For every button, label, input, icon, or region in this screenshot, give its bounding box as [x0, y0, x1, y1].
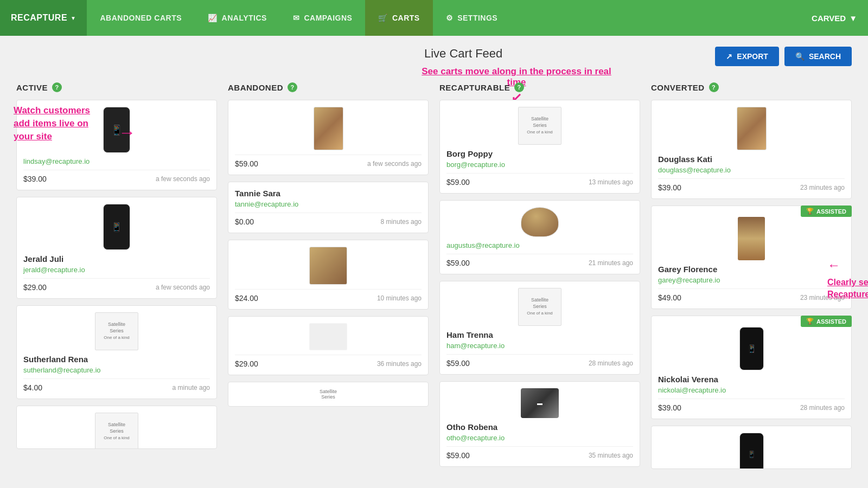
card-name: Borg Poppy — [446, 149, 633, 158]
card-price: $39.00 — [23, 175, 47, 183]
card-footer: $24.00 10 minutes ago — [235, 289, 422, 303]
card-time: 8 minutes ago — [381, 218, 422, 226]
product-image: SatelliteSeriesOne of a kind — [446, 107, 633, 145]
carts-icon: 🛒 — [378, 14, 388, 22]
card-time: 21 minutes ago — [589, 259, 633, 267]
card-price: $39.00 — [658, 403, 681, 412]
card-time: 13 minutes ago — [589, 178, 633, 186]
nav-analytics[interactable]: 📈 ANALYTICS — [195, 0, 280, 36]
recapturable-card-4: ▬ Otho Robena otho@recapture.io $59.00 3… — [439, 381, 640, 467]
converted-card-4: 📱 — [651, 426, 852, 469]
product-image — [446, 207, 633, 237]
active-column-header: ACTIVE ? — [16, 82, 217, 92]
satellite-product-image-2: SatelliteSeriesOne of a kind — [95, 413, 138, 449]
columns-area: Watch customers add items live on your s… — [16, 82, 852, 476]
analytics-icon: 📈 — [208, 14, 218, 22]
card-price: $24.00 — [235, 294, 258, 303]
assisted-badge: 🏆 ASSISTED — [801, 206, 852, 217]
card-time: 10 minutes ago — [377, 294, 422, 302]
card-email: ham@recapture.io — [446, 342, 633, 350]
export-button[interactable]: ↗ EXPORT — [715, 47, 779, 66]
card-footer: $59.00 13 minutes ago — [446, 173, 633, 187]
satellite-product-image: SatelliteSeriesOne of a kind — [95, 312, 138, 350]
card-name: Jerald Juli — [23, 254, 210, 264]
nav-abandoned-carts[interactable]: ABANDONED CARTS — [87, 0, 195, 36]
card-email: sutherland@recapture.io — [23, 366, 210, 374]
bowl-product-image — [521, 207, 559, 237]
converted-help-icon[interactable]: ? — [709, 82, 719, 92]
card-footer: $59.00 35 minutes ago — [446, 446, 633, 460]
recapturable-card-3: SatelliteSeriesOne of a kind Ham Trenna … — [439, 281, 640, 375]
card-footer: $0.00 8 minutes ago — [235, 213, 422, 226]
abandoned-card-4: $29.00 36 minutes ago — [228, 316, 429, 375]
brand-logo[interactable]: RECAPTURE ▼ — [0, 0, 87, 36]
product-image: 📱 — [658, 433, 845, 469]
card-name: Tannie Sara — [235, 189, 422, 198]
active-label: ACTIVE — [16, 83, 48, 92]
recapturable-card-2: augustus@recapture.io $59.00 21 minutes … — [439, 200, 640, 274]
account-menu[interactable]: CARVED ▼ — [801, 0, 868, 36]
card-price: $0.00 — [235, 217, 254, 226]
live-cart-feed: ACTIVE ? 📱 lindsay@recapture.io $39.00 a… — [16, 82, 852, 476]
card-price: $4.00 — [23, 383, 42, 392]
recapturable-card-1: SatelliteSeriesOne of a kind Borg Poppy … — [439, 100, 640, 194]
card-time: 23 minutes ago — [800, 294, 845, 301]
product-image — [235, 247, 422, 285]
card-footer: $59.00 21 minutes ago — [446, 254, 633, 267]
card-time: 28 minutes ago — [589, 359, 633, 367]
abandoned-help-icon[interactable]: ? — [288, 82, 297, 92]
wood-tall-product-image — [738, 217, 765, 260]
recapturable-column-header: RECAPTURABLE ? — [439, 82, 640, 92]
card-email: lindsay@recapture.io — [23, 157, 210, 165]
converted-column-header: CONVERTED ? — [651, 82, 852, 92]
converted-card-1: Douglass Kati douglass@recapture.io $39.… — [651, 100, 852, 199]
product-image — [235, 323, 422, 350]
nav-campaigns[interactable]: ✉ CAMPAIGNS — [280, 0, 366, 36]
abandoned-card-3: $24.00 10 minutes ago — [228, 240, 429, 310]
active-help-icon[interactable]: ? — [52, 82, 62, 92]
phone-product-image: 📱 — [103, 107, 130, 153]
trophy-icon-2: 🏆 — [806, 318, 814, 325]
search-button[interactable]: 🔍 SEARCH — [784, 47, 852, 66]
card-time: 36 minutes ago — [377, 360, 422, 368]
card-price: $59.00 — [446, 359, 470, 368]
card-name: Otho Robena — [446, 422, 633, 432]
card-name: Nickolai Verena — [658, 375, 845, 384]
campaigns-icon: ✉ — [293, 14, 300, 22]
card-footer: $4.00 a minute ago — [23, 378, 210, 392]
app-header: RECAPTURE ▼ ABANDONED CARTS 📈 ANALYTICS … — [0, 0, 868, 36]
card-email: garey@recapture.io — [658, 276, 845, 284]
wood-product-image — [737, 107, 767, 150]
abandoned-label: ABANDONED — [228, 83, 283, 92]
account-chevron-icon: ▼ — [849, 14, 857, 23]
nav-carts-label: CARTS — [392, 14, 420, 22]
card-footer: $29.00 36 minutes ago — [235, 355, 422, 368]
product-image — [658, 107, 845, 150]
card-time: 23 minutes ago — [800, 184, 845, 191]
card-name: Garey Florence — [658, 265, 845, 274]
card-footer: $29.00 a few seconds ago — [23, 278, 210, 292]
nav-settings[interactable]: ⚙ SETTINGS — [433, 0, 511, 36]
flat-product-image: ▬ — [521, 388, 559, 418]
active-card-2: 📱 Jerald Juli jerald@recapture.io $29.00… — [16, 197, 217, 299]
recapturable-label: RECAPTURABLE — [439, 83, 510, 92]
card-email: augustus@recapture.io — [446, 241, 633, 249]
nav-carts[interactable]: 🛒 CARTS — [365, 0, 432, 36]
card-name: Douglass Kati — [658, 155, 845, 164]
wood-product-image — [314, 107, 343, 150]
main-nav: ABANDONED CARTS 📈 ANALYTICS ✉ CAMPAIGNS … — [87, 0, 801, 36]
product-image: SatelliteSeriesOne of a kind — [23, 413, 210, 449]
brand-name: RECAPTURE — [11, 13, 67, 23]
converted-label: CONVERTED — [651, 83, 705, 92]
converted-card-3: 🏆 ASSISTED 📱 Nickolai Verena nickolai@re… — [651, 316, 852, 419]
active-card-1: 📱 lindsay@recapture.io $39.00 a few seco… — [16, 100, 217, 190]
settings-icon: ⚙ — [446, 14, 454, 22]
recapturable-help-icon[interactable]: ? — [514, 82, 524, 92]
satellite-product-image-2: SatelliteSeriesOne of a kind — [518, 288, 561, 326]
nav-campaigns-label: CAMPAIGNS — [304, 14, 352, 22]
card-price: $59.00 — [235, 159, 258, 168]
assisted-badge-2: 🏆 ASSISTED — [801, 316, 852, 327]
abandoned-card-2: Tannie Sara tannie@recapture.io $0.00 8 … — [228, 182, 429, 233]
card-name: Ham Trenna — [446, 330, 633, 339]
card-footer: $39.00 23 minutes ago — [658, 178, 845, 192]
